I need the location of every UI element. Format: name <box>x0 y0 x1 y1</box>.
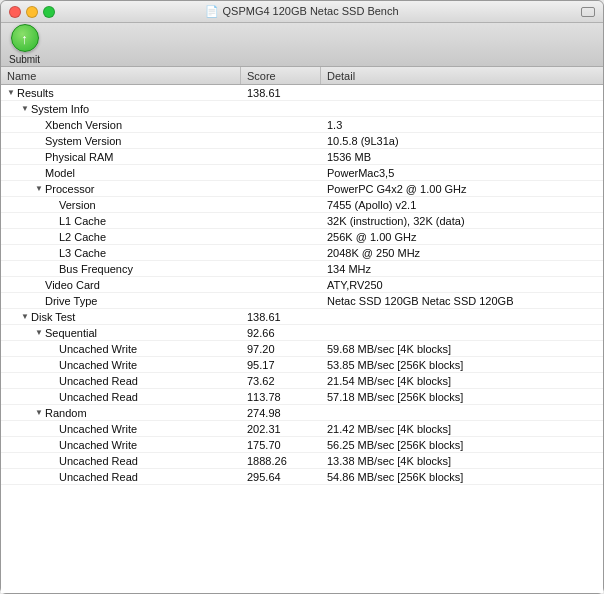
row-name: Uncached Write <box>59 359 137 371</box>
row-name: L2 Cache <box>59 231 106 243</box>
row-name: Physical RAM <box>45 151 113 163</box>
table-row[interactable]: L1 Cache32K (instruction), 32K (data) <box>1 213 603 229</box>
table-row[interactable]: System Version10.5.8 (9L31a) <box>1 133 603 149</box>
table-row[interactable]: Uncached Write95.1753.85 MB/sec [256K bl… <box>1 357 603 373</box>
main-window: 📄 QSPMG4 120GB Netac SSD Bench ↑ Submit … <box>0 0 604 594</box>
table-row[interactable]: ▼Random274.98 <box>1 405 603 421</box>
table-row[interactable]: Uncached Write175.7056.25 MB/sec [256K b… <box>1 437 603 453</box>
results-table[interactable]: ▼Results138.61▼System InfoXbench Version… <box>1 85 603 593</box>
detail-cell: 13.38 MB/sec [4K blocks] <box>321 453 603 468</box>
row-name: Processor <box>45 183 95 195</box>
table-row[interactable]: Uncached Read295.6454.86 MB/sec [256K bl… <box>1 469 603 485</box>
submit-button[interactable]: ↑ Submit <box>9 24 40 65</box>
table-row[interactable]: L2 Cache256K @ 1.00 GHz <box>1 229 603 245</box>
expand-icon[interactable]: ▼ <box>35 184 43 193</box>
score-cell: 95.17 <box>241 357 321 372</box>
detail-cell: PowerPC G4x2 @ 1.00 GHz <box>321 181 603 196</box>
score-cell: 175.70 <box>241 437 321 452</box>
detail-cell: 32K (instruction), 32K (data) <box>321 213 603 228</box>
table-row[interactable]: ▼Sequential92.66 <box>1 325 603 341</box>
name-cell: Video Card <box>1 277 241 292</box>
table-row[interactable]: Video CardATY,RV250 <box>1 277 603 293</box>
detail-cell <box>321 405 603 420</box>
name-cell: Uncached Write <box>1 437 241 452</box>
row-name: Uncached Read <box>59 391 138 403</box>
title-icon: 📄 <box>205 5 219 17</box>
submit-circle: ↑ <box>11 24 39 52</box>
window-title: 📄 QSPMG4 120GB Netac SSD Bench <box>205 5 398 18</box>
detail-cell <box>321 309 603 324</box>
table-row[interactable]: Uncached Read73.6221.54 MB/sec [4K block… <box>1 373 603 389</box>
expand-icon[interactable]: ▼ <box>35 408 43 417</box>
row-name: Uncached Write <box>59 439 137 451</box>
row-name: System Version <box>45 135 121 147</box>
table-row[interactable]: Uncached Write202.3121.42 MB/sec [4K blo… <box>1 421 603 437</box>
detail-cell: 21.54 MB/sec [4K blocks] <box>321 373 603 388</box>
detail-cell: 1536 MB <box>321 149 603 164</box>
name-cell: Uncached Write <box>1 341 241 356</box>
table-row[interactable]: Bus Frequency134 MHz <box>1 261 603 277</box>
col-name[interactable]: Name <box>1 67 241 84</box>
table-row[interactable]: ▼System Info <box>1 101 603 117</box>
submit-arrow-icon: ↑ <box>21 32 28 46</box>
detail-cell: 54.86 MB/sec [256K blocks] <box>321 469 603 484</box>
row-name: Uncached Write <box>59 343 137 355</box>
table-row[interactable]: Uncached Write97.2059.68 MB/sec [4K bloc… <box>1 341 603 357</box>
score-cell: 295.64 <box>241 469 321 484</box>
score-cell <box>241 261 321 276</box>
name-cell: Uncached Read <box>1 373 241 388</box>
resize-icon[interactable] <box>581 7 595 17</box>
name-cell: Uncached Write <box>1 357 241 372</box>
table-row[interactable]: Physical RAM1536 MB <box>1 149 603 165</box>
score-cell <box>241 101 321 116</box>
name-cell: Uncached Read <box>1 389 241 404</box>
minimize-button[interactable] <box>26 6 38 18</box>
row-name: Video Card <box>45 279 100 291</box>
score-cell: 202.31 <box>241 421 321 436</box>
table-row[interactable]: Drive TypeNetac SSD 120GB Netac SSD 120G… <box>1 293 603 309</box>
row-name: Results <box>17 87 54 99</box>
name-cell: Version <box>1 197 241 212</box>
score-cell <box>241 245 321 260</box>
toolbar: ↑ Submit <box>1 23 603 67</box>
table-row[interactable]: Version7455 (Apollo) v2.1 <box>1 197 603 213</box>
expand-icon[interactable]: ▼ <box>35 328 43 337</box>
maximize-button[interactable] <box>43 6 55 18</box>
score-cell <box>241 165 321 180</box>
close-button[interactable] <box>9 6 21 18</box>
detail-cell: 2048K @ 250 MHz <box>321 245 603 260</box>
detail-cell <box>321 85 603 100</box>
table-row[interactable]: L3 Cache2048K @ 250 MHz <box>1 245 603 261</box>
detail-cell: 256K @ 1.00 GHz <box>321 229 603 244</box>
detail-cell: 53.85 MB/sec [256K blocks] <box>321 357 603 372</box>
detail-cell: 21.42 MB/sec [4K blocks] <box>321 421 603 436</box>
table-row[interactable]: ▼Results138.61 <box>1 85 603 101</box>
expand-icon[interactable]: ▼ <box>21 312 29 321</box>
name-cell: ▼Disk Test <box>1 309 241 324</box>
table-row[interactable]: Xbench Version1.3 <box>1 117 603 133</box>
rows-container: ▼Results138.61▼System InfoXbench Version… <box>1 85 603 485</box>
row-name: L3 Cache <box>59 247 106 259</box>
name-cell: ▼Results <box>1 85 241 100</box>
expand-icon[interactable]: ▼ <box>21 104 29 113</box>
score-cell <box>241 117 321 132</box>
name-cell: ▼Sequential <box>1 325 241 340</box>
table-row[interactable]: Uncached Read113.7857.18 MB/sec [256K bl… <box>1 389 603 405</box>
name-cell: Uncached Write <box>1 421 241 436</box>
name-cell: System Version <box>1 133 241 148</box>
table-row[interactable]: ▼ProcessorPowerPC G4x2 @ 1.00 GHz <box>1 181 603 197</box>
table-row[interactable]: Uncached Read1888.2613.38 MB/sec [4K blo… <box>1 453 603 469</box>
table-row[interactable]: ▼Disk Test138.61 <box>1 309 603 325</box>
detail-cell: 59.68 MB/sec [4K blocks] <box>321 341 603 356</box>
score-cell <box>241 213 321 228</box>
col-score[interactable]: Score <box>241 67 321 84</box>
row-name: Disk Test <box>31 311 75 323</box>
row-name: Version <box>59 199 96 211</box>
name-cell: Drive Type <box>1 293 241 308</box>
col-detail[interactable]: Detail <box>321 67 603 84</box>
expand-icon[interactable]: ▼ <box>7 88 15 97</box>
table-row[interactable]: ModelPowerMac3,5 <box>1 165 603 181</box>
score-cell <box>241 277 321 292</box>
row-name: Bus Frequency <box>59 263 133 275</box>
detail-cell: Netac SSD 120GB Netac SSD 120GB <box>321 293 603 308</box>
